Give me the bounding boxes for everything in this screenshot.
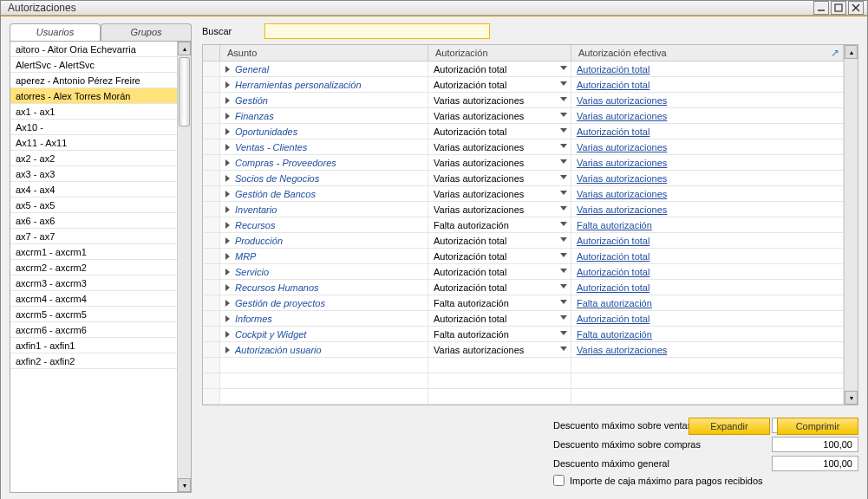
tree-expand-icon[interactable] [225,253,230,260]
user-item[interactable]: axcrm4 - axcrm4 [10,291,177,307]
scroll-thumb[interactable] [179,57,190,126]
user-item[interactable]: Ax11 - Ax11 [10,135,177,151]
row-gutter[interactable] [203,93,220,107]
user-item[interactable]: axcrm1 - axcrm1 [10,244,177,260]
asunto-cell[interactable]: Socios de Negocios [220,171,428,185]
auth-cell[interactable]: Autorización total [428,124,571,139]
effective-auth-link[interactable]: Autorización total [577,314,649,324]
user-item[interactable]: axfin2 - axfin2 [10,353,177,369]
asunto-cell[interactable]: Gestión de Bancos [220,186,428,201]
table-row[interactable]: OportunidadesAutorización totalAutorizac… [203,124,844,139]
table-row[interactable]: ProducciónAutorización totalAutorización… [203,233,844,249]
table-row[interactable]: Gestión de proyectosFalta autorizaciónFa… [203,295,844,311]
asunto-cell[interactable]: Inventario [220,202,428,217]
chevron-down-icon[interactable] [560,81,567,86]
chevron-down-icon[interactable] [560,284,567,288]
row-gutter[interactable] [203,233,220,248]
discount-general-input[interactable] [772,456,858,471]
asunto-cell[interactable]: Servicio [220,264,428,279]
auth-cell[interactable]: Falta autorización [428,217,571,232]
user-item[interactable]: ax3 - ax3 [10,166,177,182]
effective-auth-link[interactable]: Varias autorizaciones [577,173,667,184]
row-gutter[interactable] [203,264,220,279]
user-item[interactable]: axcrm2 - axcrm2 [10,260,177,275]
close-button[interactable] [848,1,864,15]
tree-expand-icon[interactable] [225,97,230,104]
auth-cell[interactable]: Varias autorizaciones [428,171,571,185]
grid-scrollbar[interactable]: ▴ ▾ [844,45,858,405]
tree-expand-icon[interactable] [225,315,230,322]
chevron-down-icon[interactable] [560,222,567,226]
asunto-cell[interactable]: General [220,62,428,76]
user-item[interactable]: ax1 - ax1 [10,104,177,120]
discount-purch-input[interactable] [772,437,858,452]
chevron-down-icon[interactable] [560,315,567,320]
row-gutter[interactable] [203,311,220,326]
auth-cell[interactable]: Varias autorizaciones [428,155,571,170]
auth-cell[interactable]: Falta autorización [428,295,571,310]
effective-auth-link[interactable]: Varias autorizaciones [577,158,667,168]
row-gutter[interactable] [203,249,220,263]
asunto-cell[interactable]: Gestión [220,93,428,107]
tab-groups[interactable]: Grupos [101,23,192,41]
compress-button[interactable]: Comprimir [777,418,858,435]
user-item[interactable]: axfin1 - axfin1 [10,338,177,353]
effective-auth-link[interactable]: Autorización total [577,126,649,137]
asunto-cell[interactable]: Compras - Proveedores [220,155,428,170]
table-row[interactable]: Recursos HumanosAutorización totalAutori… [203,280,844,295]
row-gutter[interactable] [203,295,220,310]
table-row[interactable]: Gestión de BancosVarias autorizacionesVa… [203,186,844,202]
row-gutter[interactable] [203,155,220,170]
effective-auth-link[interactable]: Varias autorizaciones [577,111,667,121]
effective-auth-link[interactable]: Autorización total [577,267,649,277]
asunto-cell[interactable]: Recursos [220,217,428,232]
asunto-cell[interactable]: Producción [220,233,428,248]
asunto-cell[interactable]: MRP [220,249,428,263]
table-row[interactable]: RecursosFalta autorizaciónFalta autoriza… [203,217,844,233]
table-row[interactable]: Socios de NegociosVarias autorizacionesV… [203,171,844,186]
table-row[interactable]: Ventas - ClientesVarias autorizacionesVa… [203,139,844,155]
tree-expand-icon[interactable] [225,347,230,353]
chevron-down-icon[interactable] [560,113,567,117]
row-gutter[interactable] [203,124,220,139]
chevron-down-icon[interactable] [560,269,567,273]
effective-auth-link[interactable]: Autorización total [577,80,649,90]
row-gutter[interactable] [203,342,220,357]
auth-cell[interactable]: Autorización total [428,280,571,295]
tree-expand-icon[interactable] [225,144,230,151]
tree-expand-icon[interactable] [225,222,230,229]
tree-expand-icon[interactable] [225,284,230,291]
auth-cell[interactable]: Varias autorizaciones [428,186,571,201]
chevron-down-icon[interactable] [560,237,567,242]
auth-cell[interactable]: Autorización total [428,62,571,76]
user-item[interactable]: ax5 - ax5 [10,198,177,213]
user-item[interactable]: ax6 - ax6 [10,213,177,229]
tree-expand-icon[interactable] [225,81,230,88]
asunto-cell[interactable]: Ventas - Clientes [220,139,428,154]
auth-cell[interactable]: Autorización total [428,233,571,248]
effective-auth-link[interactable]: Varias autorizaciones [577,345,667,355]
asunto-cell[interactable]: Oportunidades [220,124,428,139]
auth-cell[interactable]: Autorización total [428,249,571,263]
asunto-cell[interactable]: Informes [220,311,428,326]
tree-expand-icon[interactable] [225,128,230,135]
effective-auth-link[interactable]: Falta autorización [577,329,652,340]
table-row[interactable]: GestiónVarias autorizacionesVarias autor… [203,93,844,108]
table-row[interactable]: FinanzasVarias autorizacionesVarias auto… [203,108,844,124]
auth-cell[interactable]: Varias autorizaciones [428,202,571,217]
chevron-down-icon[interactable] [560,97,567,101]
chevron-down-icon[interactable] [560,191,567,195]
effective-auth-link[interactable]: Autorización total [577,64,649,75]
asunto-cell[interactable]: Autorización usuario [220,342,428,357]
row-gutter[interactable] [203,327,220,341]
user-list-scrollbar[interactable]: ▴ ▾ [177,42,191,492]
tree-expand-icon[interactable] [225,206,230,213]
cash-max-checkbox[interactable] [553,475,565,486]
user-item[interactable]: axcrm3 - axcrm3 [10,275,177,291]
user-item[interactable]: axcrm5 - axcrm5 [10,307,177,322]
table-row[interactable]: Compras - ProveedoresVarias autorizacion… [203,155,844,171]
user-item[interactable]: ax4 - ax4 [10,182,177,198]
chevron-down-icon[interactable] [560,144,567,148]
row-gutter[interactable] [203,139,220,154]
chevron-down-icon[interactable] [560,253,567,257]
